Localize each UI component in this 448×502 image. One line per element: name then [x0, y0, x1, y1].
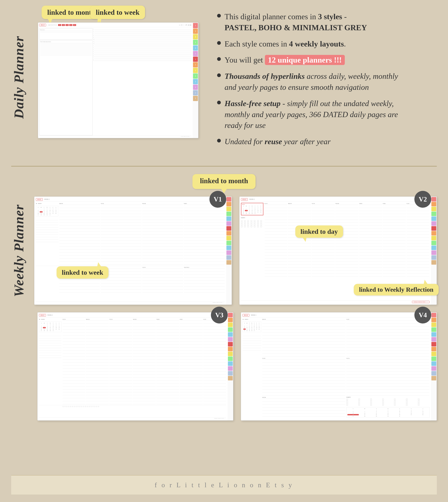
- feature-text-6: Undated for reuse year after year: [224, 136, 331, 147]
- v1-callout-week: linked to week: [57, 266, 109, 279]
- bullet-dot-3: [217, 57, 221, 61]
- planner-month-tag: JULY: [39, 24, 46, 26]
- feature-item-3: You will get 12 unique planners !!!: [217, 54, 437, 66]
- v1-week: WEEK 2: [44, 199, 50, 200]
- tab-mar[interactable]: MAR: [193, 34, 198, 39]
- planner-sidebar-tabs: JAN FEB MAR APR MAY JUN JUL AUG SEP OCT …: [193, 23, 198, 138]
- feature-list: This digital planner comes in 3 styles -…: [217, 11, 437, 147]
- feature-text-3: You will get 12 unique planners !!!: [224, 54, 345, 66]
- v4-wrapper: V4 JULY WEEK 3 ☆ ↻ ☐ ⊕ ⊗ W DAYS: [241, 312, 437, 420]
- v3-month: JULY: [39, 314, 46, 317]
- tab-ann[interactable]: ANN: [193, 96, 198, 101]
- v3-week: WEEK 2: [48, 314, 53, 316]
- daily-planner-label: Daily Planner: [11, 36, 27, 119]
- v1-mockup: JULY WEEK 2 ☆ ↻ ☐ ⊕ ⊗ W DAYS SMTWTFS: [34, 197, 232, 305]
- v4-month: JULY: [242, 314, 249, 317]
- v1-sidebar: [226, 197, 232, 305]
- v1-mon-col: MON: [59, 203, 100, 265]
- v4-sun: SUN: [346, 358, 430, 396]
- tab-apr[interactable]: APR: [193, 40, 198, 45]
- tab-feb[interactable]: FEB: [193, 29, 198, 34]
- tab-jun[interactable]: JUN: [193, 51, 198, 56]
- feature-item-6: Undated for reuse year after year: [217, 136, 437, 147]
- v4-tue: TUE: [262, 358, 345, 396]
- tab-dec[interactable]: DEC: [193, 84, 198, 90]
- v3-sidebar: [227, 312, 233, 420]
- v4-wed: WED: [262, 397, 345, 420]
- callout-linked-month-weekly: linked to month: [192, 174, 256, 189]
- monthly-callout-area: linked to month: [11, 174, 437, 189]
- v1-mon-header: MON: [59, 203, 100, 205]
- feature-text-1: This digital planner comes in 3 styles -…: [224, 11, 367, 33]
- bullet-dot-1: [217, 14, 221, 17]
- info-section: This digital planner comes in 3 styles -…: [217, 7, 437, 147]
- callout-linked-week-daily: linked to week: [90, 6, 145, 19]
- v4-badge: V4: [415, 307, 431, 323]
- v2-callout-day: linked to day: [295, 225, 343, 238]
- bullet-dot-6: [217, 139, 221, 142]
- main-container: Daily Planner linked to month linked to …: [0, 0, 448, 502]
- v4-week: WEEK 3: [251, 314, 256, 316]
- v2-week: WEEK 2: [249, 199, 255, 200]
- bullet-dot-4: [217, 73, 221, 77]
- v1-month: JULY: [36, 198, 43, 201]
- bullet-dot-2: [217, 41, 221, 45]
- tab-oct[interactable]: OCT: [193, 73, 198, 79]
- v3-footer: WEEKLY REFLECTION →→: [39, 418, 226, 419]
- feature-item-1: This digital planner comes in 3 styles -…: [217, 11, 437, 33]
- page-footer: f o r L i t t l e L i o n o n E t s y: [11, 475, 437, 495]
- v1-footer: WEEKLY REFLECTION →→: [36, 301, 224, 303]
- v3-v4-row: V3 JULY WEEK 2 ☆ ↻ ☐ ⊕ ⊗ W DAYS: [11, 312, 437, 420]
- v1-wed-col: WED: [142, 203, 183, 265]
- tab-aug[interactable]: AUG: [193, 62, 198, 67]
- feature-item-5: Hassle-free setup - simply fill out the …: [217, 98, 437, 131]
- v1-wrapper: V1 JULY WEEK 2 ☆ ↻ ☐ ⊕ ⊗ W DAYS: [34, 197, 232, 305]
- v1-thu-col: THU: [184, 203, 224, 265]
- v4-habits-area: HABITS: [346, 397, 430, 420]
- v3-badge: V3: [211, 307, 228, 323]
- v4-mockup: JULY WEEK 3 ☆ ↻ ☐ ⊕ ⊗ W DAYS SMTWTFS: [241, 312, 437, 420]
- v2-month: JULY: [241, 198, 248, 201]
- v2-callout-reflection: linked to Weekly Reflection: [354, 284, 439, 295]
- daily-footer: DAILY REFLECTION →→: [39, 135, 192, 137]
- bullet-dot-5: [217, 101, 221, 104]
- v4-sidebar: [431, 312, 437, 420]
- v1-tue-col: TUE: [101, 203, 142, 265]
- v3-mockup: JULY WEEK 2 ☆ ↻ ☐ ⊕ ⊗ W DAYS SMTWTFS: [37, 312, 233, 420]
- daily-planner-mockup: JULY S M T W T F S S #1 #2 #3 #4 #5 ☆ ☐ …: [38, 22, 198, 138]
- priorities-label: TOP PRIORITIES: [40, 41, 92, 42]
- tab-sep[interactable]: SEP: [193, 68, 198, 73]
- v2-badge: V2: [415, 191, 431, 208]
- v3-wrapper: V3 JULY WEEK 2 ☆ ↻ ☐ ⊕ ⊗ W DAYS: [37, 312, 233, 420]
- v2-wrapper: V2 linked to day JULY WEEK 2 ☆ ↻ ☐ ⊕ ⊗: [239, 197, 437, 305]
- feature-item-4: Thousands of hyperlinks across daily, we…: [217, 71, 437, 93]
- tab-jan[interactable]: JAN: [193, 23, 198, 28]
- feature-text-4: Thousands of hyperlinks across daily, we…: [224, 71, 398, 93]
- v2-footer: WEEKLY REFLECTION →→: [412, 301, 430, 303]
- tab-nov[interactable]: NOV: [193, 79, 198, 84]
- weekly-planner-label: Weekly Planner: [11, 204, 27, 297]
- tab-may[interactable]: MAY: [193, 45, 198, 50]
- daily-planner-area: linked to month linked to week JULY S M …: [38, 7, 206, 138]
- feature-item-2: Each style comes in 4 weekly layouts.: [217, 38, 437, 50]
- tab-wk[interactable]: WK: [193, 90, 198, 95]
- weekly-section: linked to month Weekly Planner V1 JULY W: [11, 174, 437, 420]
- feature-text-5: Hassle-free setup - simply fill out the …: [224, 98, 398, 131]
- v1-v2-row: Weekly Planner V1 JULY WEEK 2 ☆ ↻ ☐ ⊕ ⊗: [11, 197, 437, 305]
- v1-badge: V1: [209, 191, 226, 208]
- section-divider: [11, 166, 437, 167]
- tab-jul[interactable]: JUL: [193, 57, 198, 62]
- feature-text-2: Each style comes in 4 weekly layouts.: [224, 38, 346, 50]
- top-section: Daily Planner linked to month linked to …: [11, 7, 437, 147]
- v4-sat: SAT: [346, 318, 430, 356]
- v4-mon: MON: [262, 318, 345, 356]
